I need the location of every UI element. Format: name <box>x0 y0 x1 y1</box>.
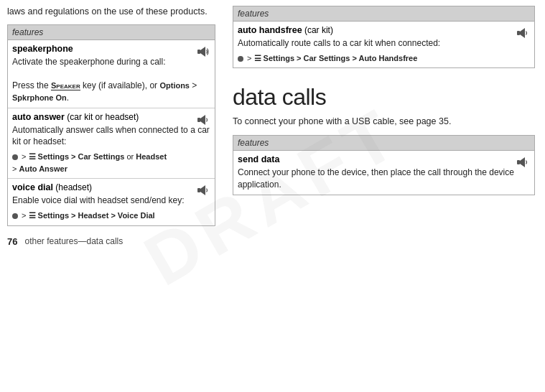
voice-dial-body: Enable voice dial with headset send/end … <box>12 195 210 221</box>
speaker-key: Speaker <box>51 81 80 90</box>
spkrphone-key: Spkrphone On <box>12 93 67 102</box>
left-column: laws and regulations on the use of these… <box>0 0 223 392</box>
right-column: features auto handsfree (car kit) Automa… <box>223 0 545 392</box>
feature-row-auto-handsfree: auto handsfree (car kit) Automatically r… <box>233 22 534 67</box>
speakerphone-icon <box>195 44 211 60</box>
features-table-left: features speakerphone Activate the speak… <box>7 24 215 226</box>
feature-row-send-data: send data Connect your phone to the devi… <box>233 151 534 195</box>
send-data-title: send data <box>238 154 279 164</box>
svg-rect-0 <box>197 50 200 54</box>
auto-answer-subtitle: (car kit or headset) <box>65 112 139 122</box>
features-header-right-bottom: features <box>233 136 534 151</box>
svg-rect-3 <box>517 31 520 35</box>
auto-answer-icon <box>195 112 211 128</box>
auto-answer-body: Automatically answer calls when connecte… <box>12 124 210 175</box>
feature-row-voice-dial: voice dial (headset) Enable voice dial w… <box>8 179 215 225</box>
voice-dial-nav: > ☰ Settings > Headset > Voice Dial <box>12 210 210 222</box>
intro-text: laws and regulations on the use of these… <box>7 6 215 19</box>
send-data-icon <box>515 154 531 170</box>
voice-dial-title: voice dial <box>12 182 53 192</box>
auto-handsfree-nav: > ☰ Settings > Car Settings > Auto Hands… <box>238 52 530 65</box>
footer-text: other features—data calls <box>24 236 123 246</box>
page-footer: 76 other features—data calls <box>7 233 215 247</box>
section-title: data calls <box>233 84 535 111</box>
feature-row-auto-answer: auto answer (car kit or headset) Automat… <box>8 108 215 179</box>
auto-handsfree-icon <box>515 25 531 41</box>
page-number: 76 <box>7 236 17 247</box>
svg-rect-1 <box>197 118 200 122</box>
options-key: Options <box>159 81 190 90</box>
feature-row-speakerphone: speakerphone Activate the speakerphone d… <box>8 40 215 108</box>
voice-dial-icon <box>195 182 211 198</box>
features-table-top-right: features auto handsfree (car kit) Automa… <box>233 6 535 68</box>
speakerphone-body: Activate the speakerphone during a call:… <box>12 56 210 104</box>
speakerphone-title: speakerphone <box>12 44 73 54</box>
auto-handsfree-title: auto handsfree <box>238 25 302 35</box>
auto-handsfree-subtitle: (car kit) <box>302 25 333 35</box>
auto-answer-nav: > ☰ Settings > Car Settings or Headset> … <box>12 151 210 174</box>
features-table-bottom-right: features send data Connect your phone to… <box>233 135 535 195</box>
auto-handsfree-body: Automatically route calls to a car kit w… <box>238 37 530 64</box>
svg-rect-4 <box>517 160 520 164</box>
voice-dial-subtitle: (headset) <box>53 182 92 192</box>
features-header-left: features <box>8 25 215 40</box>
features-header-right-top: features <box>233 6 534 22</box>
auto-answer-title: auto answer <box>12 112 65 122</box>
section-body: To connect your phone with a USB cable, … <box>233 115 535 128</box>
svg-rect-2 <box>197 188 200 192</box>
send-data-body: Connect your phone to the device, then p… <box>238 167 530 191</box>
